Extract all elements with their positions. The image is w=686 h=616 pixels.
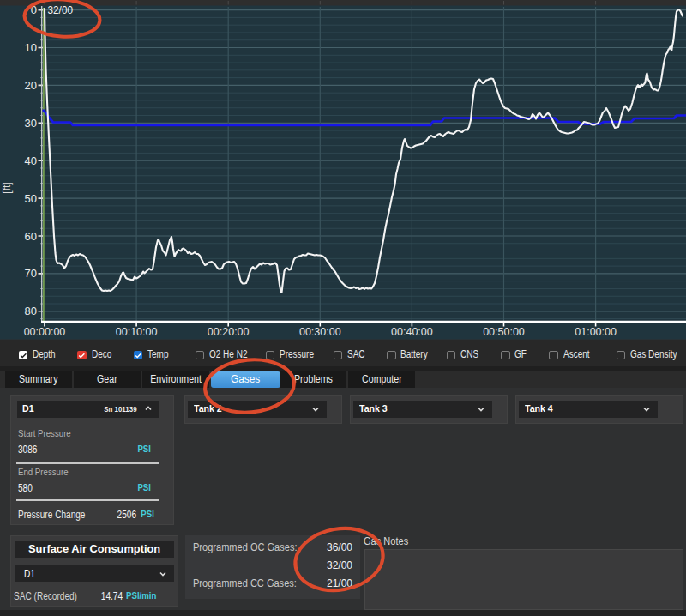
svg-text:32/00: 32/00 <box>48 3 74 16</box>
svg-text:00:10:00: 00:10:00 <box>116 326 158 338</box>
svg-text:0: 0 <box>31 3 37 16</box>
svg-text:00:50:00: 00:50:00 <box>483 326 525 338</box>
svg-text:80: 80 <box>25 305 37 317</box>
svg-text:00:30:00: 00:30:00 <box>299 326 341 338</box>
svg-text:30: 30 <box>25 117 37 130</box>
svg-text:00:40:00: 00:40:00 <box>391 326 433 338</box>
svg-text:60: 60 <box>25 230 37 243</box>
svg-text:40: 40 <box>25 154 37 167</box>
svg-text:00:00:00: 00:00:00 <box>24 326 66 338</box>
svg-text:20: 20 <box>25 79 37 92</box>
svg-text:70: 70 <box>25 267 37 280</box>
svg-text:00:20:00: 00:20:00 <box>208 326 250 338</box>
svg-text:[ft]: [ft] <box>1 182 13 193</box>
svg-text:10: 10 <box>25 41 37 54</box>
svg-text:50: 50 <box>25 192 37 205</box>
svg-text:01:00:00: 01:00:00 <box>575 326 617 338</box>
